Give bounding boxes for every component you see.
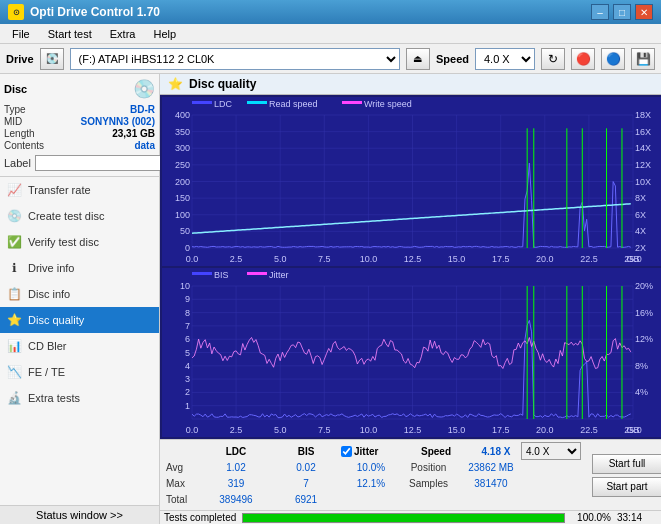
nav-verify-test-disc-label: Verify test disc [28, 236, 99, 248]
samples-label: Samples [401, 478, 456, 489]
type-key: Type [4, 104, 26, 115]
ldc-max: 319 [201, 478, 271, 489]
ldc-header: LDC [201, 446, 271, 457]
menu-file[interactable]: File [4, 27, 38, 41]
extra-tests-icon: 🔬 [6, 390, 22, 406]
avg-label: Avg [166, 462, 201, 473]
nav-extra-tests[interactable]: 🔬 Extra tests [0, 385, 159, 411]
speed-label: Speed [436, 53, 469, 65]
length-value: 23,31 GB [112, 128, 155, 139]
disc-icon: 💿 [133, 78, 155, 100]
disc-info-icon: 📋 [6, 286, 22, 302]
minimize-button[interactable]: – [591, 4, 609, 20]
drive-bar: Drive 💽 (F:) ATAPI iHBS112 2 CL0K ⏏ Spee… [0, 44, 661, 74]
charts-container [160, 95, 661, 439]
ldc-chart [162, 97, 659, 266]
progress-percent: 100.0% [571, 512, 611, 523]
nav-verify-test-disc[interactable]: ✅ Verify test disc [0, 229, 159, 255]
drive-select[interactable]: (F:) ATAPI iHBS112 2 CL0K [70, 48, 400, 70]
refresh-button[interactable]: ↻ [541, 48, 565, 70]
position-label: Position [401, 462, 456, 473]
drive-icon-btn[interactable]: 💽 [40, 48, 64, 70]
status-text: Tests completed [164, 512, 236, 523]
progress-bar-fill [243, 514, 564, 522]
drive-info-icon: ℹ [6, 260, 22, 276]
nav-fe-te-label: FE / TE [28, 366, 65, 378]
nav-extra-tests-label: Extra tests [28, 392, 80, 404]
jitter-checkbox-label: Jitter [341, 446, 378, 457]
label-input[interactable] [35, 155, 168, 171]
stats-table: LDC BIS Jitter Speed 4.18 X 4.0 X [166, 443, 586, 507]
disc-quality-header-icon: ⭐ [168, 77, 183, 91]
content-area: ⭐ Disc quality LDC BIS [160, 74, 661, 524]
progress-bar [242, 513, 565, 523]
stats-panel: LDC BIS Jitter Speed 4.18 X 4.0 X [160, 439, 661, 510]
nav-fe-te[interactable]: 📉 FE / TE [0, 359, 159, 385]
save-button[interactable]: 💾 [631, 48, 655, 70]
label-key: Label [4, 157, 31, 169]
menu-help[interactable]: Help [145, 27, 184, 41]
nav-cd-bler-label: CD Bler [28, 340, 67, 352]
menu-bar: File Start test Extra Help [0, 24, 661, 44]
menu-start-test[interactable]: Start test [40, 27, 100, 41]
max-label: Max [166, 478, 201, 489]
nav-disc-info[interactable]: 📋 Disc info [0, 281, 159, 307]
settings-btn2[interactable]: 🔵 [601, 48, 625, 70]
progress-time: 33:14 [617, 512, 657, 523]
title-bar: ⊙ Opti Drive Control 1.70 – □ ✕ [0, 0, 661, 24]
nav-create-test-disc-label: Create test disc [28, 210, 104, 222]
start-part-button[interactable]: Start part [592, 477, 661, 497]
cd-bler-icon: 📊 [6, 338, 22, 354]
sidebar: Disc 💿 Type BD-R MID SONYNN3 (002) Lengt… [0, 74, 160, 524]
status-window-button[interactable]: Status window >> [0, 505, 159, 524]
speed-value: 4.18 X [471, 446, 521, 457]
jitter-max: 12.1% [341, 478, 401, 489]
disc-panel: Disc 💿 Type BD-R MID SONYNN3 (002) Lengt… [0, 74, 159, 177]
nav-drive-info-label: Drive info [28, 262, 74, 274]
progress-bar-container: Tests completed 100.0% 33:14 [160, 510, 661, 524]
disc-quality-icon: ⭐ [6, 312, 22, 328]
samples-value: 381470 [456, 478, 526, 489]
settings-btn1[interactable]: 🔴 [571, 48, 595, 70]
total-label: Total [166, 494, 201, 505]
bis-avg: 0.02 [271, 462, 341, 473]
position-value: 23862 MB [456, 462, 526, 473]
jitter-checkbox[interactable] [341, 446, 352, 457]
ldc-avg: 1.02 [201, 462, 271, 473]
disc-quality-title: Disc quality [189, 77, 256, 91]
contents-key: Contents [4, 140, 44, 151]
disc-quality-header: ⭐ Disc quality [160, 74, 661, 95]
menu-extra[interactable]: Extra [102, 27, 144, 41]
create-test-disc-icon: 💿 [6, 208, 22, 224]
length-key: Length [4, 128, 35, 139]
nav-cd-bler[interactable]: 📊 CD Bler [0, 333, 159, 359]
speed-dropdown[interactable]: 4.0 X [521, 442, 581, 460]
nav-disc-quality[interactable]: ⭐ Disc quality [0, 307, 159, 333]
jitter-label: Jitter [354, 446, 378, 457]
ldc-total: 389496 [201, 494, 271, 505]
bis-header: BIS [271, 446, 341, 457]
maximize-button[interactable]: □ [613, 4, 631, 20]
speed-select[interactable]: 4.0 X [475, 48, 535, 70]
nav-transfer-rate[interactable]: 📈 Transfer rate [0, 177, 159, 203]
app-title: Opti Drive Control 1.70 [30, 5, 160, 19]
disc-section-title: Disc [4, 83, 27, 95]
jitter-avg: 10.0% [341, 462, 401, 473]
app-icon: ⊙ [8, 4, 24, 20]
mid-key: MID [4, 116, 22, 127]
start-full-button[interactable]: Start full [592, 454, 661, 474]
contents-value: data [134, 140, 155, 151]
nav-disc-info-label: Disc info [28, 288, 70, 300]
buttons-section: Start full Start part [586, 443, 661, 507]
bis-chart [162, 268, 659, 437]
sidebar-nav: 📈 Transfer rate 💿 Create test disc ✅ Ver… [0, 177, 159, 505]
type-value: BD-R [130, 104, 155, 115]
nav-disc-quality-label: Disc quality [28, 314, 84, 326]
verify-test-disc-icon: ✅ [6, 234, 22, 250]
close-button[interactable]: ✕ [635, 4, 653, 20]
transfer-rate-icon: 📈 [6, 182, 22, 198]
nav-drive-info[interactable]: ℹ Drive info [0, 255, 159, 281]
nav-create-test-disc[interactable]: 💿 Create test disc [0, 203, 159, 229]
speed-header: Speed [401, 446, 471, 457]
eject-button[interactable]: ⏏ [406, 48, 430, 70]
